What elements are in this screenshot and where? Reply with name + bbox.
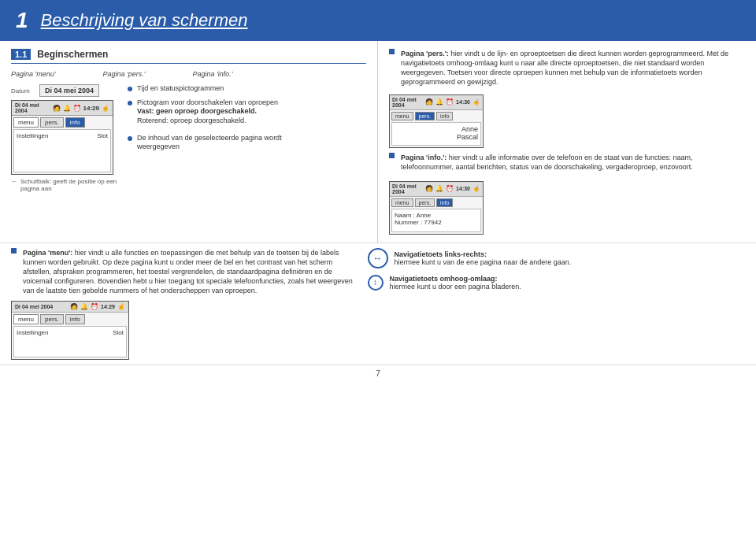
bottom-menu-screen-container: Di 04 mei 2004 🧑 🔔 ⏰ 14:29 ☝ menu pers. … [11,301,360,360]
bottom-left: Pagina 'menu': hier vindt u alle functie… [11,248,360,360]
pers-label: Pagina 'pers.': [401,50,449,57]
menu-label: Pagina 'menu': [23,249,72,257]
label-menu: Pagina 'menu' [11,70,55,78]
nav-lr-arrows: ↔ [373,253,383,264]
info-person-icon: 🧑 [425,185,433,192]
info-bell-icon: 🔔 [435,185,443,192]
nav-lr-icon: ↔ [368,248,388,268]
large-diagram: Datum Di 04 mei 2004 Di 04 mei 2004 🧑 🔔 … [11,84,366,192]
menu-text: Pagina 'menu': hier vindt u alle functie… [23,248,360,296]
nav-lr-row: ↔ Navigatietoets links-rechts: hiermee k… [368,248,745,268]
pers-text: Pagina 'pers.': hier vindt u de lijn- en… [401,49,745,87]
main-content: 1.1 Beginschermen Pagina 'menu' Pagina '… [0,41,756,242]
annotation-tijd: Tijd en statuspictogrammen [128,84,285,94]
annotation-tijd-text: Tijd en statuspictogrammen [137,84,224,94]
phone-header: Di 04 mei 2004 🧑 🔔 ⏰ 14:29 ☝ [12,101,113,116]
schuifbalk-arrow: ← [11,178,17,185]
pers-hand-icon: ☝ [472,98,480,106]
pers-bullet [389,49,395,54]
info-tab-pers[interactable]: pers. [415,198,435,207]
phone-body: Instellingen Slot [13,129,111,172]
pers-tab-pers[interactable]: pers. [415,112,435,120]
annotation-dot [128,87,132,91]
tab-pers[interactable]: pers. [40,117,64,128]
phone-tabs: menu pers. info [12,116,113,128]
page-header: 1 Beschrijving van schermen [0,0,756,41]
chapter-title: Beschrijving van schermen [41,10,248,31]
info-phone-body: Naam : Anne Nummer : 77942 [391,209,481,232]
tab-info[interactable]: info [65,117,85,128]
menu-bullet [11,248,17,254]
bottom-status: 🧑 🔔 ⏰ 14:29 ☝ [70,303,125,310]
menu-desc: hier vindt u alle functies en toepassing… [23,249,353,295]
bm-hand-icon: ☝ [117,303,125,310]
bm-clock-icon: ⏰ [91,303,98,310]
pers-screen-row: Di 04 mei 2004 🧑 🔔 ⏰ 14:30 ☝ menu pers. … [389,94,745,148]
info-tab-menu[interactable]: menu [391,198,413,207]
label-pers: Pagina 'pers.' [102,70,145,78]
pers-tab-menu[interactable]: menu [391,112,413,120]
pers-names: Anne Pascal [395,125,478,141]
pers-phone-header: Di 04 mei 2004 🧑 🔔 ⏰ 14:30 ☝ [390,95,483,110]
labels-row: Pagina 'menu' Pagina 'pers.' Pagina 'inf… [11,70,366,78]
nav-ud-label: Navigatietoets omhoog-omlaag: [390,275,498,283]
pers-time: 14:30 [456,99,470,105]
info-tab-info[interactable]: info [436,198,453,207]
status-icons: 🧑 🔔 ⏰ 14:29 ☝ [53,105,109,112]
clock-icon: ⏰ [73,105,81,112]
bm-tab-pers[interactable]: pers. [40,314,64,324]
bottom-date: Di 04 mei 2004 [15,304,53,309]
bm-time: 14:29 [101,304,115,309]
bm-tab-info[interactable]: info [65,314,85,324]
pers-bell-icon: 🔔 [435,98,443,106]
bottom-menu-tabs: menu pers. info [12,313,128,324]
nav-lr-text: hiermee kunt u van de ene pagina naar de… [395,258,572,266]
info-phone-header: Di 04 mei 2004 🧑 🔔 ⏰ 14:30 ☝ [390,182,483,197]
annotation-dot3 [128,136,132,141]
info-tabs: menu pers. info [390,197,483,207]
info-label: Pagina 'info.': [401,154,447,161]
nav-ud-arrows: ↕ [373,278,377,287]
slot-label: Slot [97,132,108,169]
bottom-menu-header: Di 04 mei 2004 🧑 🔔 ⏰ 14:29 ☝ [12,302,128,313]
info-screen-row: Di 04 mei 2004 🧑 🔔 ⏰ 14:30 ☝ menu pers. … [389,181,745,235]
annotation-inhoud: De inhoud van de geselecteerde pagina wo… [128,134,285,152]
info-time: 14:30 [456,186,470,191]
bm-slot: Slot [113,329,124,354]
tab-menu[interactable]: menu [13,117,39,128]
pers-tab-info[interactable]: info [436,112,453,120]
info-phone-date: Di 04 mei 2004 [392,183,425,194]
diagram-annotations: Tijd en statuspictogrammen Pictogram voo… [128,84,285,192]
time-display: 14:29 [83,105,99,112]
pers-status-icons: 🧑 🔔 ⏰ 14:30 ☝ [425,98,480,106]
diagram-left: Datum Di 04 mei 2004 Di 04 mei 2004 🧑 🔔 … [11,84,121,192]
page-footer: 7 [0,365,756,381]
section-number: 1.1 [11,49,31,60]
bm-bell-icon: 🔔 [80,303,88,310]
info-info-row: Pagina 'info.': hier vindt u alle inform… [389,153,745,176]
datum-label: Datum [11,87,35,94]
datum-row: Datum Di 04 mei 2004 [11,84,121,97]
name-anne: Anne [395,125,478,133]
nav-lr-desc: Navigatietoets links-rechts: hiermee kun… [395,250,572,266]
bm-instellingen: Instellingen [17,329,48,354]
annotation-dot2 [128,101,132,106]
info-bullet [389,153,395,158]
nav-ud-row: ↕ Navigatietoets omhoog-omlaag: hiermee … [368,275,745,291]
hand-icon: ☝ [102,105,109,112]
page-number: 7 [376,368,380,378]
phone-mockup-large: Di 04 mei 2004 🧑 🔔 ⏰ 14:29 ☝ menu pers. … [11,100,113,175]
schuifbalk-label: ← Schuifbalk: geeft de positie op een pa… [11,178,121,192]
right-column: Pagina 'pers.': hier vindt u de lijn- en… [378,41,756,242]
info-clock-icon: ⏰ [446,185,454,192]
naam-line: Naam : Anne [395,212,478,219]
chapter-number: 1 [16,8,28,33]
schuifbalk-text: Schuifbalk: geeft de positie op een pagi… [20,178,121,192]
bottom-right: ↔ Navigatietoets links-rechts: hiermee k… [368,248,745,360]
pers-phone-body: Anne Pascal [391,122,481,146]
annotation-pictogram-text: Pictogram voor doorschakelen van oproepe… [137,98,278,126]
bm-tab-menu[interactable]: menu [13,314,39,324]
datum-value: Di 04 mei 2004 [39,84,99,97]
pers-clock-icon: ⏰ [446,98,454,106]
menu-info-row: Pagina 'menu': hier vindt u alle functie… [11,248,360,296]
